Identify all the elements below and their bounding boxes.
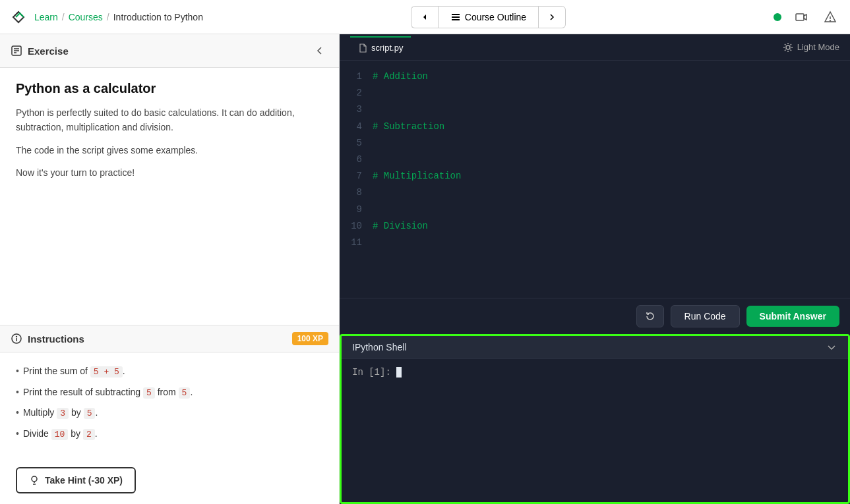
breadcrumb: Learn / Courses / Introduction to Python [34,12,203,22]
shell-collapse-button[interactable] [826,341,837,353]
code-line-4: # Subtraction [373,119,850,135]
shell-cursor [396,367,402,378]
svg-line-20 [790,49,791,51]
nav-next-button[interactable] [539,6,566,28]
svg-point-5 [830,20,830,21]
code-content[interactable]: # Addition # Subtraction # Multiplicatio… [373,61,850,298]
exercise-title: Python as a calculator [16,81,323,96]
svg-rect-1 [452,16,460,18]
nav-right [774,8,839,26]
code-area: 1 2 3 4 5 6 7 8 9 10 11 # Addition # S [340,61,850,298]
code-line-2 [373,85,850,101]
code-editor: script.py Light Mode [340,34,850,334]
breadcrumb-current: Introduction to Python [113,12,203,22]
exercise-icon [11,45,22,57]
exercise-desc1: Python is perfectly suited to do basic c… [16,105,323,135]
submit-answer-button[interactable]: Submit Answer [746,306,839,327]
svg-line-22 [785,49,786,51]
line-numbers: 1 2 3 4 5 6 7 8 9 10 11 [340,61,373,298]
exercise-desc2: The code in the script gives some exampl… [16,143,323,157]
sun-icon [783,42,793,53]
svg-line-19 [785,44,786,45]
main-layout: Exercise Python as a calculator Python i… [0,34,850,504]
instructions-header-left: Instructions [11,333,84,345]
breadcrumb-courses[interactable]: Courses [69,12,103,22]
dc-logo [11,8,29,26]
course-outline-button[interactable]: Course Outline [438,6,539,28]
editor-tab-script[interactable]: script.py [350,36,411,58]
shell-header: IPython Shell [342,336,848,359]
svg-rect-0 [452,14,460,15]
nav-left: Learn / Courses / Introduction to Python [11,8,203,26]
code-line-3 [373,101,850,118]
file-icon [358,43,367,53]
instructions-icon [11,333,22,345]
reset-icon [645,311,655,322]
breadcrumb-sep2: / [107,12,109,22]
code-line-11 [373,235,850,251]
video-button[interactable] [792,8,810,26]
code-line-1: # Addition [373,69,850,85]
shell-panel: IPython Shell In [1]: [340,334,850,504]
chevron-down-icon [826,341,837,353]
editor-tab-bar: script.py Light Mode [340,34,850,61]
breadcrumb-learn[interactable]: Learn [34,12,58,22]
hint-icon [29,475,40,486]
svg-line-21 [790,44,791,45]
tab-label: script.py [371,43,403,53]
code-line-8 [373,184,850,201]
instruction-2: Print the result of subtracting 5 from 5… [16,384,323,401]
editor-footer: Run Code Submit Answer [340,298,850,334]
top-nav: Learn / Courses / Introduction to Python… [0,0,850,34]
exercise-header-left: Exercise [11,45,69,57]
exercise-desc3: Now it's your turn to practice! [16,165,323,180]
breadcrumb-sep1: / [62,12,65,22]
xp-badge: 100 XP [292,332,328,345]
instruction-3: Multiply 3 by 5. [16,405,323,421]
instructions-label: Instructions [28,333,84,345]
instructions-content: Print the sum of 5 + 5. Print the result… [0,352,339,457]
hint-button[interactable]: Take Hint (-30 XP) [16,467,136,493]
code-line-9 [373,202,850,218]
svg-rect-3 [796,14,804,20]
code-line-5 [373,135,850,152]
code-line-6 [373,152,850,168]
svg-point-12 [16,337,17,337]
code-line-10: # Division [373,218,850,235]
svg-point-14 [786,45,790,49]
nav-center: Course Outline [411,6,566,28]
exercise-section-label: Exercise [28,45,69,57]
exercise-content: Python as a calculator Python is perfect… [0,68,339,325]
instruction-4: Divide 10 by 2. [16,426,323,442]
shell-content[interactable]: In [1]: [342,359,848,502]
light-mode-button[interactable]: Light Mode [783,42,839,53]
left-panel: Exercise Python as a calculator Python i… [0,34,340,504]
shell-title: IPython Shell [352,342,407,352]
instruction-1: Print the sum of 5 + 5. [16,363,323,379]
hint-label: Take Hint (-30 XP) [45,475,123,486]
exercise-header: Exercise [0,34,339,68]
collapse-panel-button[interactable] [311,42,328,59]
nav-prev-button[interactable] [411,6,438,28]
alert-button[interactable] [821,8,839,26]
code-line-7: # Multiplication [373,168,850,184]
run-code-label: Run Code [684,311,726,322]
shell-prompt: In [1]: [352,367,837,378]
status-dot [774,13,781,21]
course-outline-label: Course Outline [465,12,526,22]
shell-prompt-label: In [1]: [352,367,391,378]
reset-button[interactable] [636,305,664,327]
instructions-header: Instructions 100 XP [0,325,339,352]
light-mode-label: Light Mode [797,42,839,52]
right-panel: script.py Light Mode [340,34,850,504]
submit-answer-label: Submit Answer [760,311,826,322]
svg-point-13 [32,476,37,482]
svg-rect-2 [452,19,460,20]
run-code-button[interactable]: Run Code [671,305,740,327]
